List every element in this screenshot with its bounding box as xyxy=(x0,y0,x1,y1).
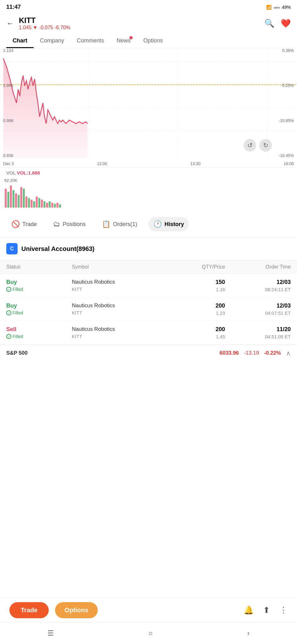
price-value: 1.045 xyxy=(19,25,31,31)
tab-news[interactable]: News xyxy=(110,34,137,48)
price-arrow: ▼ xyxy=(33,25,38,31)
bell-icon[interactable]: 🔔 xyxy=(244,605,254,615)
status-bar: 11:47 📶 ᵥₒₗₜₑ 49% xyxy=(0,0,297,13)
table-row[interactable]: Buy ✓ Filled Nauticus Robotics KITT 200 … xyxy=(0,297,297,321)
tab-comments[interactable]: Comments xyxy=(70,34,110,48)
th-status: Status xyxy=(6,264,72,270)
sp500-price: 6033.96 xyxy=(219,350,239,356)
positions-label: Positions xyxy=(63,221,85,228)
check-icon-0: ✓ xyxy=(6,287,11,292)
sp500-expand-icon[interactable]: ∧ xyxy=(286,349,291,357)
ticker-bar: S&P 500 6033.96 -13.19 -0.22% ∧ xyxy=(0,345,297,361)
order-type-buy-1: Buy xyxy=(6,303,72,309)
vol-chart: 62.20K xyxy=(0,177,297,208)
svg-rect-27 xyxy=(54,204,56,208)
vol-value: VOL:1.688 xyxy=(17,170,40,175)
trade-nav-orders[interactable]: 📋 Orders(1) xyxy=(97,217,142,231)
check-icon-2: ✓ xyxy=(6,334,11,339)
svg-rect-20 xyxy=(36,197,38,208)
order-time-0: 12/03 08:24:11 ET xyxy=(225,279,291,292)
order-symbol-2: Nauticus Robotics KITT xyxy=(72,326,159,339)
svg-rect-8 xyxy=(5,189,7,208)
zoom-in-button[interactable]: ↻ xyxy=(259,139,272,152)
trade-button[interactable]: Trade xyxy=(9,602,49,618)
tab-chart[interactable]: Chart xyxy=(6,34,34,48)
sp500-pct: -0.22% xyxy=(264,350,281,356)
chart-y-labels-left: 1.124 1.061 0.998 0.936 xyxy=(3,48,14,158)
chart-zoom-controls: ↺ ↻ xyxy=(244,139,272,152)
order-qty-0: 150 1.16 xyxy=(159,279,225,292)
search-icon[interactable]: 🔍 xyxy=(264,19,274,28)
back-button[interactable]: ← xyxy=(6,19,14,28)
android-back-button[interactable]: ‹ xyxy=(247,629,250,637)
battery-icon: 49% xyxy=(282,5,291,10)
svg-rect-18 xyxy=(30,200,32,208)
account-section: C Universal Account(8963) xyxy=(0,237,297,260)
trade-nav: 🚫 Trade 🗂 Positions 📋 Orders(1) 🕐 Histor… xyxy=(0,211,297,237)
order-status-2: Sell ✓ Filled xyxy=(6,326,72,339)
order-type-buy-0: Buy xyxy=(6,279,72,286)
svg-rect-21 xyxy=(38,198,40,208)
vol-svg xyxy=(3,182,294,208)
header: ← KITT 1.045 ▼ -0.075 -6.70% 🔍 ❤️ xyxy=(0,13,297,34)
share-icon[interactable]: ⬆ xyxy=(263,605,270,615)
status-icons: 📶 ᵥₒₗₜₑ 49% xyxy=(266,5,291,10)
th-qty: QTY/Price xyxy=(159,264,225,270)
sp500-change: -13.19 xyxy=(244,350,259,356)
svg-rect-29 xyxy=(59,204,61,208)
android-nav-bar: ☰ ○ ‹ xyxy=(0,622,297,644)
history-table: Status Symbol QTY/Price Order Time Buy ✓… xyxy=(0,260,297,345)
chart-y-labels-right: 0.36% -5.25% -10.85% -16.45% xyxy=(279,48,294,158)
vol-label: VOL xyxy=(6,170,15,175)
stock-info: KITT 1.045 ▼ -0.075 -6.70% xyxy=(19,16,259,31)
chart-main: 1.124 1.061 0.998 0.936 0.36% -5.25% -10… xyxy=(0,48,297,168)
stock-price: 1.045 ▼ -0.075 -6.70% xyxy=(19,25,259,31)
th-symbol: Symbol xyxy=(72,264,159,270)
table-header: Status Symbol QTY/Price Order Time xyxy=(0,260,297,274)
orders-icon: 📋 xyxy=(102,220,110,228)
trade-nav-history[interactable]: 🕐 History xyxy=(148,217,189,231)
favorite-icon[interactable]: ❤️ xyxy=(281,19,291,28)
check-icon-1: ✓ xyxy=(6,310,11,315)
account-name: Universal Account(8963) xyxy=(21,245,95,253)
svg-rect-9 xyxy=(7,192,9,208)
android-home-button[interactable]: ○ xyxy=(148,629,152,637)
svg-rect-28 xyxy=(57,203,58,208)
news-notification-dot xyxy=(129,36,133,39)
account-logo: C xyxy=(6,243,18,254)
th-time: Order Time xyxy=(225,264,291,270)
trade-nav-trade[interactable]: 🚫 Trade xyxy=(6,217,42,231)
vol-y-label: 62.20K xyxy=(4,178,17,183)
orders-label: Orders(1) xyxy=(113,221,137,228)
svg-rect-14 xyxy=(20,187,22,208)
svg-rect-22 xyxy=(41,200,43,208)
trade-icon: 🚫 xyxy=(11,220,20,228)
svg-rect-19 xyxy=(33,201,35,208)
order-filled-0: ✓ Filled xyxy=(6,287,72,292)
bottom-nav: Trade Options 🔔 ⬆ ⋮ xyxy=(0,598,297,622)
sp500-name: S&P 500 xyxy=(6,350,214,356)
options-button[interactable]: Options xyxy=(55,602,98,618)
svg-rect-23 xyxy=(43,201,45,208)
tab-company[interactable]: Company xyxy=(34,34,70,48)
order-filled-1: ✓ Filled xyxy=(6,310,72,315)
trade-nav-positions[interactable]: 🗂 Positions xyxy=(48,217,91,231)
android-menu-button[interactable]: ☰ xyxy=(47,629,54,637)
order-symbol-1: Nauticus Robotics KITT xyxy=(72,303,159,316)
svg-rect-13 xyxy=(18,195,19,208)
order-status-0: Buy ✓ Filled xyxy=(6,279,72,292)
table-row[interactable]: Sell ✓ Filled Nauticus Robotics KITT 200… xyxy=(0,321,297,345)
bottom-nav-icons: 🔔 ⬆ ⋮ xyxy=(104,605,288,615)
history-label: History xyxy=(164,221,184,228)
svg-rect-26 xyxy=(51,203,53,208)
volume-section: VOL VOL:1.688 62.20K xyxy=(0,168,297,208)
table-row[interactable]: Buy ✓ Filled Nauticus Robotics KITT 150 … xyxy=(0,274,297,297)
more-icon[interactable]: ⋮ xyxy=(279,605,288,615)
zoom-out-button[interactable]: ↺ xyxy=(244,139,256,152)
order-status-1: Buy ✓ Filled xyxy=(6,303,72,316)
trade-label: Trade xyxy=(22,221,37,228)
svg-rect-10 xyxy=(10,186,12,208)
tab-options[interactable]: Options xyxy=(137,34,169,48)
svg-rect-25 xyxy=(49,201,51,208)
header-actions: 🔍 ❤️ xyxy=(264,19,291,28)
